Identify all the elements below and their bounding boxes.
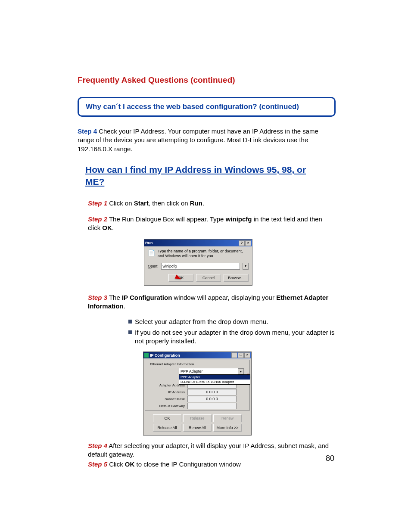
step4: Step 4 After selecting your adapter, it … (88, 442, 336, 459)
step-label: Step 1 (88, 199, 107, 207)
step-label: Step 3 (88, 294, 107, 301)
bullet-list: Select your adapter from the drop down m… (128, 317, 336, 345)
subnet-mask-value: 0.0.0.0 (187, 396, 237, 402)
list-item: Select your adapter from the drop down m… (128, 317, 336, 326)
step-label: Step 5 (88, 460, 107, 468)
minimize-icon[interactable]: _ (231, 352, 237, 358)
text-bold: OK (125, 460, 135, 468)
table-row: Subnet Mask 0.0.0.0 (147, 395, 248, 402)
renew-all-button[interactable]: Renew All (183, 424, 212, 432)
default-gateway-label: Default Gateway (147, 404, 187, 408)
step4-top: Step 4 Check your IP Address. Your compu… (78, 127, 336, 153)
step-label: Step 4 (88, 442, 107, 449)
page-number: 80 (326, 454, 334, 463)
ip-address-label: IP Address (147, 390, 187, 394)
close-icon[interactable]: × (245, 240, 251, 246)
step3: Step 3 The IP Configuration window will … (88, 293, 336, 311)
bullet-icon (128, 320, 132, 324)
step-label: Step 2 (88, 215, 107, 223)
bullet-text: If you do not see your adapter in the dr… (135, 328, 336, 346)
chevron-down-icon[interactable]: ▼ (238, 368, 244, 374)
adapter-dropdown: PPP Adapter D-Link DFE-550TX 10/100 Adap… (179, 374, 250, 385)
document-page: Frequently Asked Questions (continued) W… (0, 0, 411, 532)
text: , then click on (149, 199, 190, 207)
text: The Run Dialogue Box will appear. Type (107, 215, 226, 223)
renew-button[interactable]: Renew (213, 414, 242, 422)
list-item: If you do not see your adapter in the dr… (128, 328, 336, 346)
step2: Step 2 The Run Dialogue Box will appear.… (88, 215, 336, 233)
group-label: Ethernet Adapter Information (149, 362, 195, 366)
text-bold: IP Configuration (122, 294, 172, 301)
step4-top-text: Check your IP Address. Your computer mus… (78, 128, 318, 152)
page-title: Frequently Asked Questions (continued) (78, 75, 336, 85)
step4-text: After selecting your adapter, it will di… (88, 442, 329, 458)
help-icon[interactable]: ? (239, 240, 245, 246)
text: . (112, 224, 114, 231)
text: window will appear, displaying your (172, 294, 276, 301)
bullet-icon (128, 330, 132, 334)
browse-button[interactable]: Browse... (224, 274, 249, 282)
release-button[interactable]: Release (183, 414, 212, 422)
open-label: Open: (148, 264, 159, 268)
subheading: How can I find my IP Address in Windows … (85, 164, 336, 188)
text-bold: OK (102, 224, 112, 231)
text: Click on (107, 199, 134, 207)
app-icon (144, 353, 149, 358)
table-row: Default Gateway (147, 402, 248, 409)
content-block: Step 1 Click on Start, then click on Run… (88, 199, 336, 468)
more-info-button[interactable]: More Info >> (213, 424, 242, 432)
adapter-selected: PPP Adapter (179, 369, 238, 373)
default-gateway-value (187, 403, 237, 409)
dropdown-option[interactable]: PPP Adapter (179, 375, 250, 380)
text-bold: winipcfg (226, 215, 252, 223)
ip-config-dialog: IP Configuration _ □ × Ethernet Adapter … (143, 352, 252, 436)
titlebar-text: IP Configuration (150, 353, 180, 358)
ok-button[interactable]: OK (153, 414, 181, 422)
text: . (124, 302, 125, 310)
text-bold: Run (190, 199, 202, 207)
text: Click (107, 460, 125, 468)
ip-address-value: 0.0.0.0 (187, 389, 237, 395)
maximize-icon[interactable]: □ (238, 352, 244, 358)
adapter-info-group: Ethernet Adapter Information PPP Adapter… (145, 360, 250, 411)
step5: Step 5 Click OK to close the IP Configur… (88, 460, 336, 469)
titlebar: IP Configuration _ □ × (143, 352, 251, 358)
subnet-mask-label: Subnet Mask (147, 397, 187, 401)
bullet-text: Select your adapter from the drop down m… (135, 317, 268, 326)
text: . (202, 199, 204, 207)
button-row: OK Release Renew Release All Renew All M… (143, 412, 251, 435)
text-bold: Start (134, 199, 149, 207)
step-label: Step 4 (78, 128, 97, 135)
titlebar: Run ? × (144, 240, 252, 246)
run-icon: 📄 (148, 249, 155, 257)
close-icon[interactable]: × (244, 352, 250, 358)
dropdown-option[interactable]: D-Link DFE-550TX 10/100 Adapter (179, 380, 250, 384)
cancel-button[interactable]: Cancel (196, 274, 221, 282)
table-row: IP Address 0.0.0.0 (147, 389, 248, 395)
adapter-select[interactable]: PPP Adapter ▼ PPP Adapter D-Link DFE-550… (179, 368, 244, 375)
release-all-button[interactable]: Release All (153, 424, 181, 432)
callout-box: Why can´t I access the web based configu… (78, 97, 336, 117)
open-input[interactable]: winipcfg (161, 263, 240, 270)
titlebar-text: Run (145, 241, 153, 245)
run-dialog: Run ? × 📄 Type the name of a program, fo… (144, 239, 252, 286)
run-description: Type the name of a program, folder, or d… (158, 249, 249, 258)
chevron-down-icon[interactable]: ▼ (243, 263, 249, 270)
text: The (107, 294, 122, 301)
text: to close the IP Configuration window (134, 460, 241, 468)
step1: Step 1 Click on Start, then click on Run… (88, 199, 336, 208)
